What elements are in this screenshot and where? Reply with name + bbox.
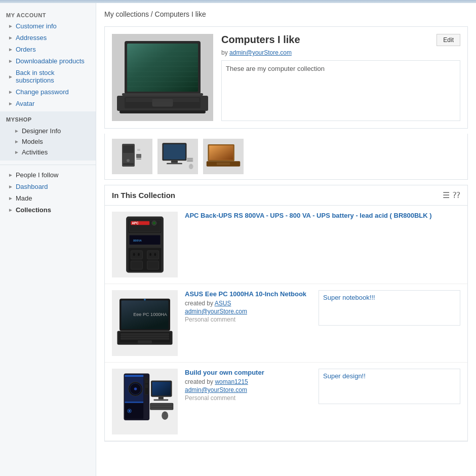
- svg-text:800VA: 800VA: [133, 239, 142, 242]
- arrow-icon: ►: [8, 184, 13, 189]
- svg-point-57: [149, 253, 151, 256]
- collection-info-top: Computers I like Edit: [221, 34, 460, 46]
- svg-rect-29: [167, 163, 182, 165]
- svg-rect-17: [120, 110, 206, 113]
- sidebar-item-designer-info[interactable]: ► Designer Info: [0, 126, 96, 136]
- in-collection-header: In This Collection ☰ ⁇: [105, 185, 467, 206]
- arrow-icon: ►: [8, 35, 13, 41]
- svg-point-20: [127, 159, 130, 162]
- arrow-icon: ►: [8, 74, 13, 80]
- main-content: My collections / Computers I like: [96, 3, 476, 476]
- collection-description: These are my computer collection: [221, 60, 460, 121]
- svg-rect-2: [127, 44, 198, 92]
- arrow-icon: ►: [8, 195, 13, 201]
- product-image-build-pc: [112, 369, 178, 434]
- svg-rect-11: [122, 93, 203, 96]
- product-comment-build-pc: Super design!!: [319, 369, 460, 404]
- collection-main-image: [112, 34, 213, 121]
- svg-rect-19: [123, 145, 134, 153]
- view-icons: ☰ ⁇: [443, 190, 460, 200]
- sidebar-item-collections[interactable]: ► Collections: [0, 204, 96, 216]
- svg-rect-86: [158, 397, 164, 400]
- product-creator-email-link-asus[interactable]: admin@yourStore.com: [185, 308, 247, 315]
- product-comment-asus: Super notebook!!!: [319, 290, 460, 326]
- my-account-title: MY ACCOUNT: [0, 8, 96, 20]
- product-creator-email-link-build-pc[interactable]: admin@yourStore.com: [185, 386, 247, 393]
- svg-rect-31: [187, 158, 192, 159]
- product-row-build-pc: Build your own computer created by woman…: [105, 363, 467, 441]
- sidebar-item-addresses[interactable]: ► Addresses: [0, 32, 96, 44]
- arrow-icon: ►: [8, 58, 13, 64]
- product-name-asus[interactable]: ASUS Eee PC 1000HA 10-Inch Netbook: [185, 290, 311, 298]
- arrow-icon: ►: [8, 101, 13, 106]
- sidebar-item-customer-info[interactable]: ► Customer info: [0, 20, 96, 32]
- sidebar-item-change-password[interactable]: ► Change password: [0, 86, 96, 98]
- arrow-icon: ►: [14, 149, 19, 155]
- collection-header-card: Computers I like Edit by admin@yourStore…: [104, 26, 468, 129]
- sidebar-item-downloadable-products[interactable]: ► Downloadable products: [0, 55, 96, 67]
- svg-rect-21: [123, 163, 134, 165]
- thumbnail-2[interactable]: [157, 139, 198, 174]
- thumb-monitor-svg: [160, 141, 195, 172]
- svg-rect-53: [131, 261, 142, 269]
- svg-point-58: [154, 253, 156, 256]
- myshop-section: MYSHOP ► Designer Info ► Models ► Activi…: [0, 111, 96, 161]
- product-row-apc: APC 800VA: [105, 206, 467, 284]
- svg-rect-68: [138, 341, 151, 343]
- svg-rect-73: [125, 375, 143, 377]
- product-name-apc[interactable]: APC Back-UPS RS 800VA - UPS - 800 VA - U…: [185, 212, 460, 219]
- svg-rect-40: [217, 163, 230, 165]
- netbook-svg: Eee PC 1000HA: [114, 298, 175, 348]
- arrow-icon: ►: [8, 172, 13, 178]
- grid-view-icon[interactable]: ⁇: [453, 190, 460, 200]
- svg-rect-67: [121, 338, 169, 340]
- edit-button[interactable]: Edit: [437, 34, 460, 46]
- svg-rect-74: [125, 402, 143, 403]
- svg-rect-89: [151, 404, 172, 406]
- in-collection-section: In This Collection ☰ ⁇ APC: [104, 185, 468, 442]
- laptop-image: [114, 38, 211, 117]
- product-name-build-pc[interactable]: Build your own computer: [185, 369, 311, 376]
- svg-rect-16: [126, 100, 200, 102]
- product-comment-label-build-pc: Personal comment: [185, 394, 311, 402]
- svg-rect-52: [147, 251, 159, 259]
- sidebar-item-dashboard[interactable]: ► Dashboard: [0, 181, 96, 192]
- collection-by-link[interactable]: admin@yourStore.com: [229, 49, 292, 56]
- product-creator-email-build-pc: admin@yourStore.com: [185, 386, 311, 393]
- sidebar-item-models[interactable]: ► Models: [0, 136, 96, 147]
- thumb-tower-svg: [117, 141, 147, 172]
- product-creator-link-asus[interactable]: ASUS: [215, 300, 231, 307]
- product-creator-email-asus: admin@yourStore.com: [185, 308, 311, 315]
- svg-rect-90: [151, 406, 172, 407]
- svg-rect-81: [145, 380, 148, 383]
- svg-rect-22: [136, 154, 141, 158]
- sidebar-item-avatar[interactable]: ► Avatar: [0, 98, 96, 109]
- svg-text:Eee PC 1000HA: Eee PC 1000HA: [133, 312, 168, 317]
- product-creator-asus: created by ASUS: [185, 300, 311, 307]
- in-collection-title: In This Collection: [112, 191, 175, 200]
- arrow-icon: ►: [8, 89, 13, 95]
- collection-thumbnails: [104, 134, 468, 180]
- product-creator-link-build-pc[interactable]: woman1215: [215, 378, 248, 385]
- thumbnail-3[interactable]: [203, 139, 244, 174]
- thumb-laptop-svg: [206, 141, 241, 172]
- svg-rect-82: [145, 384, 148, 388]
- thumbnail-1[interactable]: [112, 139, 152, 174]
- svg-point-55: [133, 253, 135, 256]
- svg-rect-54: [147, 261, 159, 269]
- svg-point-79: [129, 410, 131, 412]
- arrow-icon: ►: [8, 47, 13, 52]
- svg-point-56: [138, 253, 140, 256]
- sidebar-item-activities[interactable]: ► Activities: [0, 147, 96, 157]
- sidebar-item-back-in-stock[interactable]: ► Back in stock subscriptions: [0, 67, 96, 86]
- svg-rect-23: [136, 158, 141, 160]
- sidebar-item-people-follow[interactable]: ► People I follow: [0, 169, 96, 181]
- sidebar-item-made[interactable]: ► Made: [0, 192, 96, 204]
- collection-info: Computers I like Edit by admin@yourStore…: [221, 34, 460, 121]
- list-view-icon[interactable]: ☰: [443, 190, 450, 200]
- sidebar-divider: [0, 165, 96, 165]
- sidebar-item-orders[interactable]: ► Orders: [0, 44, 96, 55]
- product-details-asus: ASUS Eee PC 1000HA 10-Inch Netbook creat…: [185, 290, 311, 325]
- svg-rect-38: [209, 146, 233, 160]
- collection-title: Computers I like: [221, 34, 300, 46]
